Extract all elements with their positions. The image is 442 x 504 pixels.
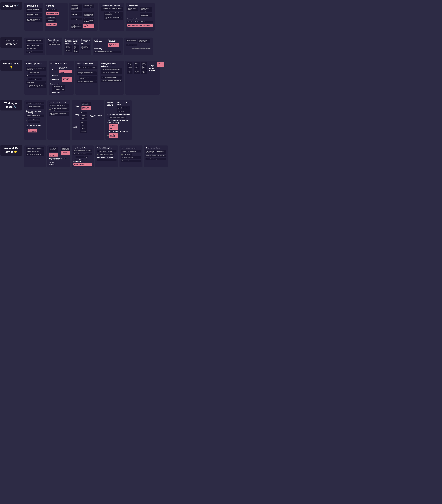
subtitle-find-fit: Find and fit this place [97,147,116,149]
node-nerd-note: Be confident that others will admire [81,45,90,50]
subtitle-people: People will tell you [74,39,79,44]
node-explore-gap: Explore the gap [46,19,56,22]
node-passive-note: Even if you're sleeping — still thinking [128,21,153,23]
board-great-things: What you see is what you have done See a… [47,145,71,167]
subtitle-indulge: Indulge passivity [107,122,130,124]
node-efficiency-age: Efficiency [80,127,87,130]
board-efforts: Your efforts are cumulative This book li… [99,3,124,31]
subtitle-passive-thinking: Passive thinking [128,18,153,20]
great-work-attr-boards: Being the best is easier than it seems W… [0,36,442,58]
node-think-writing: Think in writing [26,75,46,77]
node-dont-be: Don't be fashionable [71,12,82,16]
subtitle-copying: Copying is ok if... [74,147,92,149]
node-depth-first: Depth-first approach = find what you lov… [146,155,166,157]
board-find-fit: Find and fit this place From peer who ar… [95,145,118,167]
subtitle-great-things-come: Great things come from installed over [49,157,69,161]
node-energy: Energy [80,118,87,120]
board-find-a-field-title: Find a field [26,4,41,7]
board-simplicity: Drive and endurance Courage to follow yo… [124,37,153,55]
board-ideas-everyday: Novel + obvious ideas seem easy Amount o… [75,61,98,95]
section-great-work: Great work 🔨 Find a field Where you have… [0,0,442,35]
board-copying: Copying is ok if... You can't take someo… [72,145,94,167]
node-change-note: Strategies that lead to success often co… [28,84,46,88]
node-this-paints: This painting exists in the work the art… [104,12,123,16]
node-develop-pink: Develop a habit of a good test [109,133,118,138]
subtitle-avoid: Avoid affectation [94,39,105,43]
node-youre-on: You're on your own [71,18,82,20]
board-things-unknown: What you mean and are being Things you d… [105,100,132,140]
general-life-boards: Don't stay still in your perspective Don… [0,144,442,170]
subtitle-focus: Focus on the work itself [65,39,72,44]
node-stay-puzzled: Stay puzzled, questions! [157,62,165,68]
section-great-work-attr: Great work attributes Being the best is … [0,35,442,58]
node-passive: You rest and let ideas percolate [140,13,152,17]
section-getting-ideas: Getting ideas 💡 Originality is a habit o… [0,58,442,97]
node-indulge-pink: Make you focus on the best [109,125,118,130]
section-working-on-ideas: Working on ideas 🔧 Running out and faste… [0,97,442,143]
label-working-on-ideas: Working on ideas 🔧 [0,100,22,111]
node-informality: Some of the best people never grow up [94,51,121,53]
node-smart: Smart people follow interesting problems… [83,12,94,17]
subtitle-how-attitude: How attitudes could work you [107,119,130,121]
board-not-necessary: It's not necessary big You need to find … [119,145,143,167]
node-consistent: Consistently moving towards your goal [83,4,94,8]
node-be-yourself-note: Be yourself and great people [99,153,114,156]
node-see-pink: See a pattern, then try [49,153,58,157]
subtitle-model-change: Model change requires [59,66,72,69]
node-questions: Questions raise questions for years [101,71,122,74]
board-affectation: Avoid affectation Intellectual curiosity… [93,37,123,55]
node-from-peer: From peer who are great mentors [97,150,116,153]
subtitle-how-to-see: How to see it [50,83,72,85]
section-general-life: General life advice 🌟 Don't stay still i… [0,143,442,174]
working-ideas-boards: Running out and faster and slower The fi… [0,99,442,143]
subtitle-curiosity: Curiosity to originality = originality p… [101,62,122,68]
board-keep-puzzled: Once taught that knowing the answer was … [125,61,160,95]
subtitle-nerdpersons: Nerdpersons rule after later [81,39,90,44]
node-travel: Travel or just go for a walk [28,78,42,80]
subtitle-time: Time [75,105,79,107]
subtitle-high-risk: High risk = high reward [49,102,66,104]
node-enjoy: Enjoy your work and experience [26,153,44,156]
board-questions-work: Running out and faster and slower The fi… [24,100,46,140]
node-drive: Drive and endurance [126,39,137,42]
board-young: High risk = high reward We openly see ef… [47,100,71,140]
board-focus: Focus on the work itself Don't focus on … [64,37,92,55]
node-identify-gap: Identify the gap [46,16,56,18]
subtitle-young: Young → [74,114,79,118]
node-running-out: Running out and faster and slower [26,102,44,105]
node-your-inner: Your inner audience [121,160,141,162]
great-work-boards: Find a field Where you have natural inte… [0,1,442,34]
node-plan-pink: Planning — work plan goal [28,129,37,132]
subtitle-intellectual: Intellectual curiosity [109,39,121,43]
node-we-openly: We openly see efficient markets [49,104,69,107]
node-amount: Amount on can often see in a domain [77,66,97,69]
subtitle-quality: Quality [49,161,54,163]
node-youre-trying: You're trying [117,110,130,113]
node-focus-note: Don't focus on recognition or money [65,45,72,52]
node-also: Also hard work! [46,23,57,26]
node-apply-note: Be strict about what great work really m… [48,42,61,45]
subtitle-novel: Novel [52,69,56,71]
node-where-enough: Where there's enough opportunity [26,13,41,17]
node-more-done: The more she's done, she's going to gain [104,16,123,20]
subtitle-planning: Planning is a valuable tool [26,124,44,128]
node-go-for-key: Go for the key [126,44,137,46]
node-or-enjoy: Or enjoy breaking them [52,88,65,91]
node-knowledge-age: Knowledge [80,130,87,133]
board-morale: Morale is everything When great work is … [144,145,168,167]
node-working-hard: Working on your goal [83,24,94,28]
subtitle-efforts: Your efforts are cumulative [101,4,123,6]
node-dont-stay: Don't stay still in your perspective [26,147,44,150]
node-spend-time: Spend time on hard creation [81,102,91,106]
node-loyal-attitude: Loyal attitude of what you do [146,158,166,160]
node-being-best: Being the best is easier than it seems [26,39,43,43]
node-requires: Requires hard work! [46,12,59,15]
node-work-efficient: Work is consistent and bolder [26,114,44,117]
node-active: You work hard + apply your knowledge wel… [140,7,152,12]
label-great-work: Great work 🔨 [0,2,22,10]
title-keep-puzzled: Keep being puzzled [148,64,156,72]
node-direction: Direction you will notice progress [77,80,97,83]
subtitle-originality: Originality is a habit of mind you adopt [26,62,46,66]
subtitle-what-you-mean: What you mean and are being [107,102,114,106]
node-where-smart: Where you have natural interest [26,8,41,12]
